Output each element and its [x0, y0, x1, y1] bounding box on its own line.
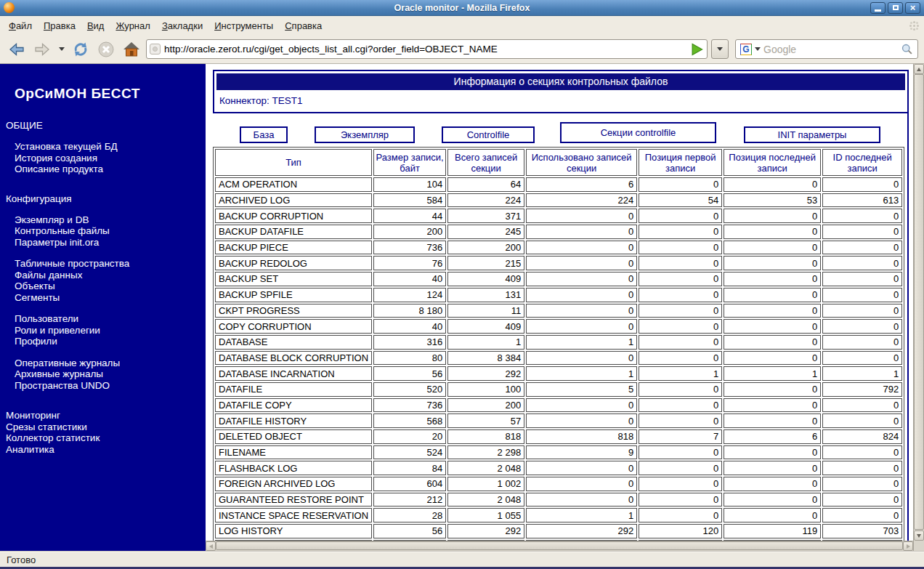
sidebar: ОрСиМОН БЕССТ ОБЩИЕУстановка текущей БДИ… [0, 64, 206, 551]
cell-value: 215 [447, 256, 524, 270]
menubar-item-6[interactable]: Справка [279, 17, 328, 34]
cell-value: 0 [822, 177, 902, 192]
cell-value: 0 [639, 445, 722, 460]
menubar-item-2[interactable]: Вид [81, 17, 110, 34]
connector-label: Коннектор: TEST1 [214, 90, 907, 112]
tab-3[interactable]: Секции controlfile [560, 122, 716, 143]
magnifier-icon[interactable] [901, 43, 913, 55]
scroll-left-button[interactable] [206, 541, 216, 551]
cell-value: 0 [822, 413, 902, 428]
back-history-dropdown[interactable] [57, 39, 66, 60]
column-header[interactable]: Тип [215, 149, 372, 176]
cell-type: BACKUP CORRUPTION [215, 209, 372, 223]
sidebar-item[interactable]: Оперативные журналы [15, 358, 200, 369]
tab-0[interactable]: База [240, 126, 288, 143]
sidebar-item[interactable]: Роли и привелегии [15, 325, 200, 336]
tab-1[interactable]: Экземпляр [315, 126, 415, 143]
menubar-item-4[interactable]: Закладки [156, 17, 208, 34]
tab-4[interactable]: INIT параметры [744, 126, 880, 143]
cell-value: 6 [526, 177, 637, 192]
cell-value: 1 [447, 335, 524, 350]
scroll-right-button[interactable] [903, 541, 913, 551]
horizontal-scroll-thumb[interactable] [216, 541, 903, 550]
cell-value: 0 [526, 461, 637, 475]
column-header[interactable]: Позиция последней записи [724, 149, 821, 176]
horizontal-scrollbar[interactable] [206, 541, 913, 551]
cell-value: 0 [724, 398, 821, 413]
forward-button[interactable] [31, 39, 53, 60]
cell-value: 520 [373, 382, 446, 397]
cell-value: 200 [373, 225, 446, 239]
cell-value: 792 [822, 382, 902, 397]
cell-value: 0 [822, 272, 902, 286]
sidebar-item[interactable]: Параметры init.ora [15, 237, 200, 249]
scrollbar-corner [914, 541, 924, 551]
column-header[interactable]: Использовано записей секции [526, 149, 637, 176]
go-icon[interactable] [689, 42, 704, 57]
cell-value: 0 [639, 272, 722, 286]
vertical-scrollbar[interactable] [913, 64, 924, 551]
maximize-button[interactable] [888, 2, 903, 14]
cell-value: 0 [822, 241, 902, 255]
cell-value: 736 [373, 241, 446, 255]
cell-value: 0 [724, 241, 821, 255]
search-input[interactable] [763, 44, 898, 55]
sidebar-item[interactable]: Профили [15, 336, 200, 347]
scroll-down-button[interactable] [914, 530, 924, 541]
column-header[interactable]: ID последней записи [822, 149, 902, 176]
sidebar-item[interactable]: Описание продукта [15, 164, 200, 175]
cell-value: 0 [639, 508, 722, 522]
cell-value: 584 [373, 193, 446, 208]
sidebar-item[interactable]: Табличные пространства [15, 258, 200, 270]
menubar-item-0[interactable]: Файл [3, 17, 38, 34]
sidebar-item[interactable]: Экземпляр и DB [15, 214, 200, 226]
home-button[interactable] [121, 39, 142, 60]
search-engine-dropdown-icon[interactable] [755, 47, 761, 51]
url-dropdown-button[interactable] [711, 39, 729, 59]
cell-type: BACKUP SET [215, 272, 372, 286]
sidebar-item[interactable]: История создания [15, 153, 200, 164]
cell-value: 0 [724, 461, 821, 475]
sidebar-item[interactable]: Аналитика [6, 444, 200, 456]
menubar-item-1[interactable]: Правка [38, 17, 81, 34]
cell-value: 0 [724, 256, 821, 270]
back-button[interactable] [6, 39, 28, 60]
stop-button[interactable] [95, 39, 117, 60]
cell-type: DATAFILE HISTORY [215, 413, 372, 428]
url-bar[interactable] [146, 39, 708, 59]
sidebar-item[interactable]: Архивные журналы [15, 368, 200, 380]
column-header[interactable]: Всего записей секции [447, 149, 524, 176]
cell-value: 120 [639, 524, 722, 538]
cell-value: 0 [822, 288, 902, 302]
cell-value: 0 [526, 241, 637, 255]
sidebar-item[interactable]: Пользователи [15, 313, 200, 325]
sidebar-item[interactable]: Файлы данных [15, 270, 200, 281]
reload-button[interactable] [70, 39, 92, 60]
sidebar-item[interactable]: Установка текущей БД [15, 141, 200, 153]
minimize-button[interactable] [870, 2, 885, 14]
cell-value: 0 [822, 225, 902, 239]
close-button[interactable]: × [905, 2, 920, 14]
menubar-item-5[interactable]: Инструменты [208, 17, 279, 34]
status-text: Готово [7, 554, 36, 565]
sidebar-item[interactable]: Мониторинг [6, 410, 200, 421]
sidebar-item[interactable]: Объекты [15, 281, 200, 292]
column-header[interactable]: Размер записи, байт [373, 149, 446, 176]
column-header[interactable]: Позиция первой записи [639, 149, 722, 176]
sidebar-item[interactable]: Контрольные файлы [15, 225, 200, 237]
sidebar-item[interactable]: Коллектор статистик [6, 432, 200, 444]
vertical-scroll-thumb[interactable] [914, 74, 924, 530]
cell-type: GUARANTEED RESTORE POINT [215, 493, 372, 507]
search-box[interactable]: G [735, 39, 918, 59]
sidebar-item[interactable]: Сегменты [15, 292, 200, 304]
tab-2[interactable]: Controlfile [442, 126, 535, 143]
sidebar-item[interactable]: Срезы статистики [6, 421, 200, 433]
cell-value: 0 [822, 256, 902, 270]
cell-type: INSTANCE SPACE RESERVATION [215, 508, 372, 522]
cell-value: 818 [526, 429, 637, 444]
menubar-item-3[interactable]: Журнал [110, 17, 155, 34]
scroll-up-button[interactable] [914, 64, 924, 74]
url-input[interactable] [164, 44, 686, 55]
sidebar-item[interactable]: Пространства UNDO [15, 380, 200, 392]
cell-type: DATAFILE [215, 382, 372, 397]
